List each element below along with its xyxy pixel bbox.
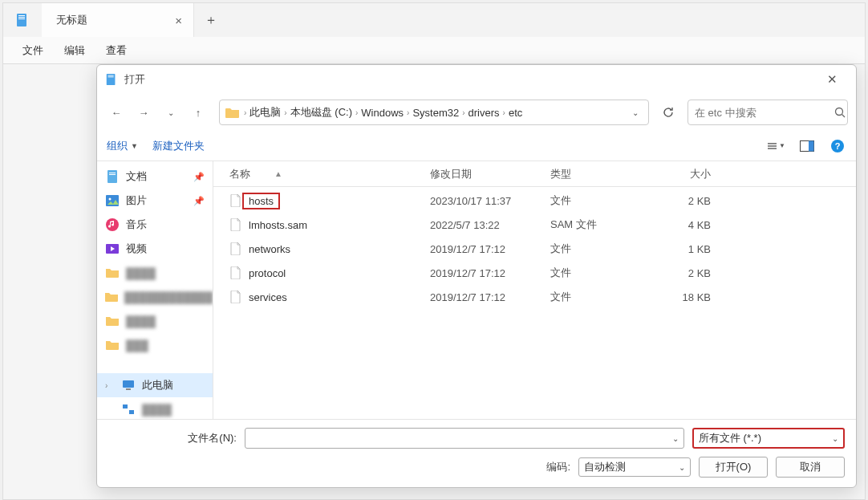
chevron-down-icon: ⌄: [679, 463, 685, 472]
col-type[interactable]: 类型: [550, 167, 647, 181]
filetype-select[interactable]: 所有文件 (*.*) ⌄: [692, 428, 845, 449]
file-row[interactable]: networks2019/12/7 17:12文件1 KB: [213, 237, 856, 261]
folder-icon: [225, 104, 241, 120]
encoding-label: 编码:: [546, 460, 570, 474]
document-icon: [105, 169, 120, 184]
svg-rect-2: [18, 17, 25, 18]
notepad-icon: [13, 10, 32, 30]
menu-edit[interactable]: 编辑: [56, 40, 93, 61]
search-input[interactable]: [688, 100, 848, 125]
svg-rect-3: [18, 18, 25, 19]
network-icon: [121, 402, 136, 417]
search-field[interactable]: [695, 107, 829, 119]
dialog-toolbar: 组织 ▼ 新建文件夹 ▼ ?: [97, 131, 856, 161]
view-list-icon[interactable]: ▼: [768, 137, 785, 155]
file-row[interactable]: services2019/12/7 17:12文件18 KB: [213, 285, 856, 309]
svg-rect-10: [768, 145, 777, 146]
filename-field[interactable]: [250, 433, 672, 445]
history-chevron-icon[interactable]: ⌄: [160, 101, 182, 124]
breadcrumb-seg[interactable]: 此电脑›: [249, 105, 286, 120]
sort-asc-icon: ▲: [274, 169, 282, 178]
file-row[interactable]: hosts2023/10/17 11:37文件2 KB: [213, 189, 856, 213]
video-icon: [105, 242, 120, 256]
sidebar-item-videos[interactable]: 视频: [97, 237, 213, 261]
open-button[interactable]: 打开(O): [699, 457, 768, 478]
svg-rect-9: [768, 143, 777, 144]
svg-rect-24: [126, 388, 131, 390]
folder-icon: [105, 290, 118, 304]
help-icon[interactable]: ?: [829, 137, 846, 155]
close-icon[interactable]: ×: [175, 14, 182, 27]
cancel-button[interactable]: 取消: [776, 457, 845, 478]
sidebar-item-folder[interactable]: ████: [97, 261, 213, 285]
back-button[interactable]: ←: [105, 101, 128, 124]
dialog-footer: 文件名(N): ⌄ 所有文件 (*.*) ⌄ 编码: 自动检测 ⌄ 打开(O) …: [97, 419, 856, 487]
preview-pane-icon[interactable]: [798, 137, 816, 155]
filename-label: 文件名(N):: [108, 431, 237, 445]
up-button[interactable]: ↑: [187, 101, 209, 124]
breadcrumb-seg[interactable]: System32›: [412, 107, 464, 119]
folder-icon: [105, 338, 120, 352]
svg-rect-5: [108, 75, 114, 76]
breadcrumb-seg[interactable]: drivers›: [468, 107, 505, 119]
search-icon: [834, 107, 846, 118]
sidebar-item-folder[interactable]: ████████████: [97, 285, 213, 309]
new-folder-button[interactable]: 新建文件夹: [152, 139, 205, 153]
svg-rect-23: [123, 380, 134, 388]
breadcrumb-seg[interactable]: Windows›: [361, 107, 409, 119]
dialog-titlebar: 打开 ✕: [97, 65, 856, 94]
chevron-down-icon[interactable]: ⌄: [627, 108, 643, 117]
file-icon: [229, 291, 242, 303]
sidebar-item-network[interactable]: ████: [97, 397, 213, 419]
svg-rect-6: [108, 76, 114, 77]
svg-rect-26: [129, 410, 134, 414]
forward-button[interactable]: →: [132, 101, 155, 124]
sidebar-item-pictures[interactable]: 图片 📌: [97, 189, 213, 213]
sidebar-item-thispc[interactable]: › 此电脑: [97, 373, 213, 397]
folder-icon: [105, 314, 120, 328]
svg-rect-25: [123, 404, 128, 409]
svg-rect-13: [809, 140, 814, 151]
col-size[interactable]: 大小: [647, 167, 711, 181]
chevron-down-icon: ⌄: [832, 434, 838, 443]
svg-text:?: ?: [835, 141, 841, 151]
file-row[interactable]: protocol2019/12/7 17:12文件2 KB: [213, 261, 856, 285]
breadcrumb-seg[interactable]: etc: [509, 107, 522, 119]
refresh-button[interactable]: [655, 100, 681, 125]
svg-rect-18: [109, 174, 116, 175]
filename-input[interactable]: ⌄: [245, 428, 684, 449]
sidebar: 文档 📌 图片 📌 音乐 视频 ████ ██████: [97, 161, 213, 419]
sidebar-item-music[interactable]: 音乐: [97, 213, 213, 237]
chevron-down-icon[interactable]: ⌄: [672, 434, 679, 443]
menu-file[interactable]: 文件: [14, 40, 51, 61]
app-titlebar: 无标题 × ＋: [3, 3, 865, 37]
close-icon[interactable]: ✕: [816, 72, 848, 87]
sidebar-item-folder[interactable]: ███: [97, 333, 213, 357]
svg-rect-16: [107, 170, 117, 183]
breadcrumb[interactable]: › 此电脑› 本地磁盘 (C:)› Windows› System32› dri…: [219, 100, 649, 125]
file-row[interactable]: lmhosts.sam2022/5/7 13:22SAM 文件4 KB: [213, 213, 856, 237]
col-date[interactable]: 修改日期: [430, 167, 550, 181]
file-icon: [229, 242, 242, 255]
pin-icon: 📌: [193, 196, 205, 206]
chevron-right-icon: ›: [244, 108, 246, 117]
svg-point-20: [109, 198, 112, 201]
breadcrumb-seg[interactable]: 本地磁盘 (C:)›: [290, 105, 359, 120]
sidebar-item-documents[interactable]: 文档 📌: [97, 165, 213, 189]
svg-line-8: [842, 115, 846, 118]
svg-rect-11: [768, 148, 777, 148]
svg-rect-1: [18, 15, 25, 16]
pin-icon: 📌: [193, 172, 205, 182]
nav-bar: ← → ⌄ ↑ › 此电脑› 本地磁盘 (C:)› Windows› Syste…: [97, 94, 856, 131]
app-tab-active[interactable]: 无标题 ×: [42, 3, 194, 37]
tab-title: 无标题: [56, 13, 87, 27]
encoding-select[interactable]: 自动检测 ⌄: [578, 457, 691, 477]
open-dialog: 打开 ✕ ← → ⌄ ↑ › 此电脑› 本地磁盘 (C:)› Windows› …: [96, 64, 857, 488]
organize-button[interactable]: 组织 ▼: [107, 139, 138, 153]
menu-view[interactable]: 查看: [98, 40, 135, 61]
app-tabs: 无标题 × ＋: [42, 3, 228, 37]
new-tab-button[interactable]: ＋: [194, 3, 228, 37]
file-icon: [229, 266, 242, 279]
sidebar-item-folder[interactable]: ████: [97, 309, 213, 333]
col-name[interactable]: 名称▲: [229, 167, 430, 181]
